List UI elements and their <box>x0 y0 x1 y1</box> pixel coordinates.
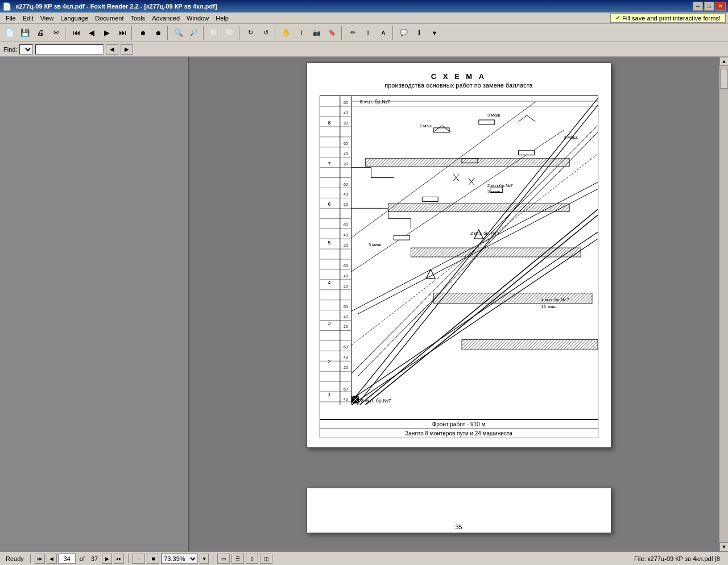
svg-rect-84 <box>478 120 494 124</box>
svg-text:2 маш.: 2 маш. <box>487 189 501 194</box>
vscrollbar[interactable]: ▲ ▼ <box>719 57 728 551</box>
menu-document[interactable]: Document <box>92 14 127 23</box>
svg-rect-105 <box>461 339 597 350</box>
svg-text:20: 20 <box>343 365 348 369</box>
find-label: Find: <box>3 46 17 53</box>
svg-text:3 маш.: 3 маш. <box>564 135 578 140</box>
menu-view[interactable]: View <box>37 14 57 23</box>
status-zoom-dropdown[interactable]: ▼ <box>200 554 209 564</box>
menu-window[interactable]: Window <box>183 14 212 23</box>
scroll-down-button[interactable]: ▼ <box>719 542 728 551</box>
status-cover-button[interactable]: ◫ <box>260 554 272 564</box>
maximize-button[interactable]: □ <box>704 2 714 11</box>
separator1 <box>65 26 67 40</box>
bookmark-button[interactable]: 🔖 <box>325 26 340 40</box>
toolbar: 📄 💾 🖨 ✉ ⏮ ◀ ▶ ⏭ ⏺ ⏺ 🔍 🔎 ⬜ ⬜ ↻ ↺ ✋ T 📷 🔖 … <box>0 24 728 42</box>
status-single-page-button[interactable]: ▭ <box>217 554 230 564</box>
speech-button[interactable]: 💬 <box>396 26 411 40</box>
pdf-content: С Х Е М А производства основных работ по… <box>307 63 611 447</box>
close-button[interactable]: ✕ <box>715 2 726 11</box>
snapshot-button[interactable]: 📷 <box>309 26 324 40</box>
menubar: File Edit View Language Document Tools A… <box>0 13 728 24</box>
window-title: к277ц-09 КР зв 4кл.pdf - Foxit Reader 2.… <box>14 3 693 10</box>
markup-button[interactable]: T <box>361 26 375 40</box>
email-button[interactable]: ✉ <box>48 26 63 40</box>
zoom-out-button[interactable]: 🔎 <box>187 26 201 40</box>
first-page-button[interactable]: ⏮ <box>69 26 84 40</box>
find-options-select[interactable]: ▼ <box>19 44 33 55</box>
fit-width-button[interactable]: ⏺ <box>151 26 166 40</box>
separator8 <box>392 26 395 40</box>
find-input[interactable] <box>35 44 104 55</box>
svg-rect-86 <box>518 151 534 155</box>
prev-page-button[interactable]: ◀ <box>84 26 99 40</box>
zoom-select[interactable]: 73.39% 50% 75% 100% 125% 150% <box>161 554 198 564</box>
svg-text:5: 5 <box>328 240 330 246</box>
sidebar-panel <box>0 57 189 551</box>
scroll-thumb[interactable] <box>720 69 728 89</box>
status-page-input[interactable]: 34 <box>59 554 76 564</box>
zoom-in-button[interactable]: 🔍 <box>171 26 186 40</box>
svg-text:2 м.п.бр.№7: 2 м.п.бр.№7 <box>487 183 513 188</box>
status-next-button[interactable]: ▶ <box>102 554 112 564</box>
select2-button[interactable]: ⬜ <box>222 26 237 40</box>
find-next-button[interactable]: ▶ <box>121 44 133 55</box>
print-button[interactable]: 🖨 <box>33 26 48 40</box>
svg-rect-108 <box>388 203 569 211</box>
status-prev-button[interactable]: ◀ <box>47 554 57 564</box>
checkmark-icon: ✔ <box>615 14 621 22</box>
status-continuous-button[interactable]: ☰ <box>231 554 244 564</box>
status-zoom-fit-button[interactable]: ⏺ <box>147 554 159 564</box>
menu-edit[interactable]: Edit <box>19 14 37 23</box>
status-zoom-out-button[interactable]: − <box>133 554 145 564</box>
menu-advanced[interactable]: Advanced <box>148 14 183 23</box>
status-facing-button[interactable]: ▯ <box>246 554 258 564</box>
svg-text:40: 40 <box>343 315 348 319</box>
comment-button[interactable]: ✏ <box>345 26 360 40</box>
extra-button[interactable]: ▼ <box>427 26 442 40</box>
hand-button[interactable]: ✋ <box>279 26 293 40</box>
menu-help[interactable]: Help <box>212 14 232 23</box>
info-button[interactable]: ℹ <box>412 26 427 40</box>
typewriter-button[interactable]: T <box>294 26 309 40</box>
document-area[interactable]: С Х Е М А производства основных работ по… <box>189 57 728 551</box>
svg-text:60: 60 <box>343 101 348 105</box>
svg-text:20: 20 <box>343 325 348 329</box>
scroll-up-button[interactable]: ▲ <box>719 57 728 66</box>
svg-rect-87 <box>422 197 438 201</box>
menu-language[interactable]: Language <box>57 14 92 23</box>
rotate-cw-button[interactable]: ↻ <box>243 26 258 40</box>
separator6 <box>275 26 277 40</box>
titlebar: 📄 к277ц-09 КР зв 4кл.pdf - Foxit Reader … <box>0 0 728 13</box>
new-button[interactable]: 📄 <box>2 26 17 40</box>
minimize-button[interactable]: ─ <box>693 2 703 11</box>
menu-file[interactable]: File <box>2 14 19 23</box>
status-file-info: File: к277ц-09 КР зв 4кл.pdf [8 <box>634 555 725 562</box>
menu-tools[interactable]: Tools <box>127 14 148 23</box>
svg-text:60: 60 <box>343 182 348 186</box>
highlight-button[interactable]: A <box>376 26 391 40</box>
rotate-ccw-button[interactable]: ↺ <box>258 26 273 40</box>
select-button[interactable]: ⬜ <box>207 26 222 40</box>
last-page-button[interactable]: ⏭ <box>115 26 130 40</box>
ready-status: Ready <box>3 555 26 562</box>
save-button[interactable]: 💾 <box>18 26 32 40</box>
separator3 <box>167 26 169 40</box>
next-page-button[interactable]: ▶ <box>100 26 114 40</box>
svg-text:2 маш.: 2 маш. <box>419 123 433 128</box>
svg-text:20: 20 <box>343 202 348 206</box>
svg-text:8 м.п. бр.№7: 8 м.п. бр.№7 <box>359 99 390 105</box>
find-prev-button[interactable]: ◀ <box>106 44 118 55</box>
fit-page-button[interactable]: ⏺ <box>135 26 150 40</box>
svg-text:40: 40 <box>343 397 348 401</box>
svg-rect-89 <box>394 235 410 240</box>
svg-text:60: 60 <box>343 142 348 146</box>
foxit-banner[interactable]: ✔ Fill,save and print interactive forms! <box>610 13 726 23</box>
svg-text:1: 1 <box>328 392 330 397</box>
status-sep1 <box>30 554 31 563</box>
svg-text:40: 40 <box>343 152 348 156</box>
status-sep3 <box>213 554 213 563</box>
status-first-button[interactable]: ⏮ <box>35 554 45 564</box>
svg-text:40: 40 <box>343 274 348 278</box>
status-last-button[interactable]: ⏭ <box>114 554 124 564</box>
